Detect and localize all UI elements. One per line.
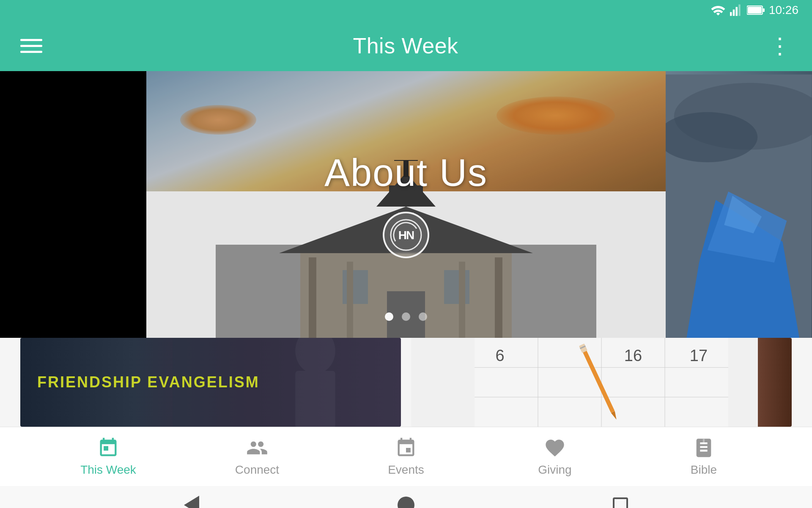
nav-item-connect[interactable]: Connect bbox=[215, 437, 299, 477]
favorite-icon bbox=[544, 437, 566, 459]
calendar-today-icon bbox=[97, 437, 119, 459]
svg-rect-31 bbox=[295, 371, 335, 427]
cards-section: FRIENDSHIP EVANGELISM 6 16 17 bbox=[0, 338, 812, 427]
nav-label-connect: Connect bbox=[235, 463, 279, 477]
hamburger-line-2 bbox=[20, 45, 42, 47]
church-logo: HN bbox=[383, 212, 429, 258]
back-triangle-icon bbox=[184, 496, 199, 508]
nav-item-this-week[interactable]: This Week bbox=[66, 437, 151, 477]
nav-label-giving: Giving bbox=[538, 463, 571, 477]
nav-item-events[interactable]: Events bbox=[364, 437, 448, 477]
bible-icon bbox=[693, 437, 715, 459]
svg-rect-2 bbox=[735, 7, 738, 16]
nav-item-giving[interactable]: Giving bbox=[513, 437, 597, 477]
hamburger-menu-button[interactable] bbox=[20, 39, 42, 53]
event-icon bbox=[395, 437, 417, 459]
card-evangelism-text: FRIENDSHIP EVANGELISM bbox=[20, 373, 277, 391]
status-time: 10:26 bbox=[769, 3, 798, 17]
carousel-overlay: About Us HN bbox=[146, 71, 666, 338]
nav-item-bible[interactable]: Bible bbox=[661, 437, 746, 477]
carousel: About Us HN bbox=[0, 71, 812, 338]
right-panel-illustration bbox=[666, 71, 812, 338]
svg-text:17: 17 bbox=[690, 347, 708, 364]
calendar-visual: 6 16 17 bbox=[411, 338, 792, 427]
more-options-button[interactable]: ⋮ bbox=[769, 35, 792, 57]
page-title: This Week bbox=[353, 33, 458, 58]
slide-title: About Us bbox=[324, 151, 488, 195]
card-evangelism[interactable]: FRIENDSHIP EVANGELISM bbox=[20, 338, 401, 427]
battery-icon bbox=[747, 5, 765, 15]
people-icon bbox=[246, 437, 268, 459]
home-circle-icon bbox=[398, 497, 414, 508]
recent-square-icon bbox=[613, 497, 628, 508]
dot-1[interactable] bbox=[385, 312, 393, 321]
nav-label-this-week: This Week bbox=[80, 463, 136, 477]
dot-3[interactable] bbox=[419, 312, 427, 321]
app-bar: This Week ⋮ bbox=[0, 20, 812, 71]
hamburger-line-3 bbox=[20, 51, 42, 53]
svg-rect-3 bbox=[738, 5, 741, 16]
svg-text:16: 16 bbox=[624, 347, 642, 364]
signal-icon bbox=[730, 4, 743, 16]
svg-text:HN: HN bbox=[398, 229, 414, 242]
hamburger-line-1 bbox=[20, 39, 42, 41]
status-bar: 10:26 bbox=[0, 0, 812, 20]
nav-label-events: Events bbox=[388, 463, 424, 477]
system-nav-bar bbox=[0, 486, 812, 508]
dot-2[interactable] bbox=[402, 312, 410, 321]
svg-text:6: 6 bbox=[495, 347, 504, 364]
home-button[interactable] bbox=[398, 497, 414, 508]
svg-rect-1 bbox=[733, 10, 735, 16]
back-button[interactable] bbox=[184, 496, 199, 508]
card-calendar-edge bbox=[758, 338, 792, 427]
card-calendar[interactable]: 6 16 17 bbox=[411, 338, 792, 427]
svg-rect-5 bbox=[763, 8, 765, 12]
svg-rect-0 bbox=[730, 12, 732, 16]
hn-logo-svg: HN bbox=[389, 218, 423, 252]
carousel-left-edge bbox=[0, 71, 146, 338]
status-icons: 10:26 bbox=[710, 3, 798, 17]
svg-rect-6 bbox=[748, 7, 762, 14]
bottom-nav: This Week Connect Events Giving Bible bbox=[0, 427, 812, 486]
carousel-right-edge bbox=[666, 71, 812, 338]
recent-button[interactable] bbox=[613, 497, 628, 508]
carousel-dots bbox=[385, 312, 427, 321]
carousel-active-slide[interactable]: About Us HN bbox=[146, 71, 666, 338]
nav-label-bible: Bible bbox=[691, 463, 717, 477]
wifi-icon bbox=[710, 4, 726, 16]
